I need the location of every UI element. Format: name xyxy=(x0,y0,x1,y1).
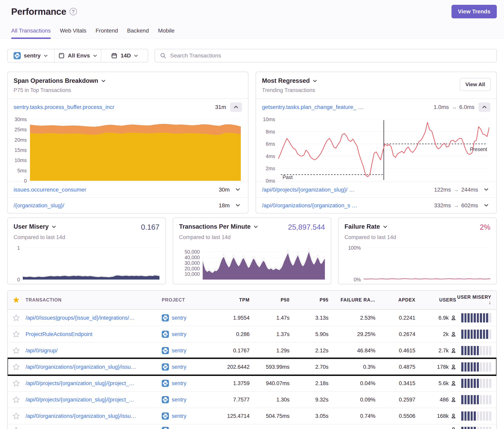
transaction-link[interactable]: /api/0/organizations/{organization_slug}… xyxy=(26,364,162,370)
table-row[interactable]: /api/0/issues|groups/{issue_id}/integrat… xyxy=(8,309,496,326)
table-row[interactable] xyxy=(8,424,496,429)
star-icon[interactable] xyxy=(13,413,26,420)
project-link[interactable]: sentry xyxy=(162,396,212,403)
environment-filter[interactable]: All Envs xyxy=(54,49,101,62)
collapse-button[interactable] xyxy=(230,102,242,112)
table-row[interactable]: /api/0/signup/ sentry 0.1767 1.29s 2.12s… xyxy=(8,342,496,359)
users-value: 5.6k xyxy=(439,380,449,386)
apdex-value: 0.2597 xyxy=(375,397,415,403)
failure-rate-value: 29.25% xyxy=(328,331,375,337)
users-value: 168k xyxy=(437,413,449,419)
expand-button[interactable] xyxy=(234,186,242,193)
regression-from: 332ms xyxy=(434,202,451,209)
tab-frontend[interactable]: Frontend xyxy=(95,27,118,38)
project-filter[interactable]: sentry xyxy=(8,49,54,62)
regression-plot: Past Present xyxy=(278,119,489,181)
tpm-title-dropdown[interactable]: Transactions Per Minute xyxy=(179,223,258,230)
project-link[interactable]: sentry xyxy=(162,412,212,420)
project-link[interactable]: sentry xyxy=(162,331,212,338)
expand-button[interactable] xyxy=(482,186,490,193)
user-misery-title-dropdown[interactable]: User Misery xyxy=(14,223,56,230)
date-range-filter[interactable]: 14D xyxy=(101,49,148,62)
key-transactions-star-icon[interactable] xyxy=(13,297,26,303)
expand-button[interactable] xyxy=(234,202,242,209)
help-icon[interactable]: ? xyxy=(70,8,77,15)
expand-button[interactable] xyxy=(482,202,490,209)
tpm-value: 0.286 xyxy=(212,331,250,337)
project-name: sentry xyxy=(172,315,187,321)
tab-web-vitals[interactable]: Web Vitals xyxy=(60,27,86,38)
regression-link[interactable]: /api/0/organizations/{organization_s … xyxy=(262,202,357,209)
table-header: TRANSACTION PROJECT TPM P50 P95 FAILURE … xyxy=(8,291,496,309)
span-ops-row-expanded: sentry.tasks.process_buffer.process_incr… xyxy=(8,99,248,115)
user-misery-subtitle: Compared to last 14d xyxy=(14,234,160,240)
project-name: sentry xyxy=(172,364,187,370)
star-icon[interactable] xyxy=(13,364,26,370)
transaction-link[interactable]: /api/0/projects/{organization_slug}/{pro… xyxy=(26,397,162,403)
span-ops-chart: 30ms25ms20ms15ms10ms5ms0 xyxy=(8,115,248,182)
column-users[interactable]: USERS xyxy=(415,297,456,303)
transaction-link[interactable]: /api/0/organizations/{organization_slug}… xyxy=(26,413,162,419)
span-op-value: 30m xyxy=(219,187,230,193)
project-link[interactable] xyxy=(162,427,212,429)
table-row[interactable]: /api/0/organizations/{organization_slug}… xyxy=(8,408,496,424)
failure-rate-title-dropdown[interactable]: Failure Rate xyxy=(344,223,387,230)
column-failure-rate[interactable]: FAILURE RA… xyxy=(328,297,375,303)
table-row[interactable]: /api/0/projects/{organization_slug}/{pro… xyxy=(8,391,496,408)
tab-all-transactions[interactable]: All Transactions xyxy=(11,27,51,38)
users-cell: 168k xyxy=(415,413,456,419)
star-icon[interactable] xyxy=(13,380,26,387)
project-link[interactable]: sentry xyxy=(162,314,212,322)
transaction-link[interactable]: /api/0/projects/{organization_slug}/{pro… xyxy=(26,380,162,386)
project-name: sentry xyxy=(172,348,187,354)
user-misery-card: User Misery 0.167 Compared to last 14d 1… xyxy=(7,218,166,284)
column-p50[interactable]: P50 xyxy=(250,297,289,303)
chevron-down-icon xyxy=(235,202,240,208)
transaction-link[interactable]: /api/0/issues|groups/{issue_id}/integrat… xyxy=(26,315,162,321)
transaction-link[interactable]: ProjectRuleActionsEndpoint xyxy=(26,331,162,337)
column-apdex[interactable]: APDEX xyxy=(375,297,415,303)
chevron-down-icon xyxy=(44,53,48,58)
span-op-link[interactable]: issues.occurrence_consumer xyxy=(14,187,86,193)
span-op-link[interactable]: /{organization_slug}/ xyxy=(14,202,64,209)
transaction-link[interactable]: /api/0/signup/ xyxy=(26,348,162,354)
project-link[interactable]: sentry xyxy=(162,363,212,370)
column-project[interactable]: PROJECT xyxy=(162,297,212,303)
table-row[interactable]: /api/0/organizations/{organization_slug}… xyxy=(8,359,496,375)
tpm-value: 1.3759 xyxy=(212,380,250,386)
chevron-down-icon xyxy=(235,187,240,192)
column-p95[interactable]: P95 xyxy=(289,297,328,303)
collapse-button[interactable] xyxy=(478,102,490,112)
regression-link[interactable]: getsentry.tasks.plan_change_feature_ … xyxy=(262,104,363,110)
column-transaction[interactable]: TRANSACTION xyxy=(26,297,162,303)
star-icon[interactable] xyxy=(13,427,26,429)
regression-link[interactable]: /api/0/projects/{organization_slug}/ … xyxy=(262,187,355,193)
users-value: 2k xyxy=(443,331,449,337)
search-input[interactable] xyxy=(170,52,491,59)
table-row[interactable]: /api/0/projects/{organization_slug}/{pro… xyxy=(8,375,496,391)
most-regressed-title: Most Regressed xyxy=(262,77,310,84)
star-icon[interactable] xyxy=(13,331,26,338)
view-trends-button[interactable]: View Trends xyxy=(451,5,497,18)
star-icon[interactable] xyxy=(13,347,26,354)
project-link[interactable]: sentry xyxy=(162,347,212,354)
table-row[interactable]: ProjectRuleActionsEndpoint sentry 0.286 … xyxy=(8,326,496,342)
column-tpm[interactable]: TPM xyxy=(212,297,250,303)
chevron-down-icon xyxy=(484,187,489,192)
star-icon[interactable] xyxy=(13,396,26,403)
most-regressed-title-dropdown[interactable]: Most Regressed xyxy=(262,77,490,84)
star-icon[interactable] xyxy=(13,315,26,321)
chart-panels: Span Operations Breakdown P75 in Top Tra… xyxy=(7,72,497,213)
users-cell: 5.6k xyxy=(415,380,456,386)
tab-mobile[interactable]: Mobile xyxy=(158,27,174,38)
tab-backend[interactable]: Backend xyxy=(127,27,149,38)
column-user-misery-sorted[interactable]: USER MISERY ↓ xyxy=(456,295,491,305)
users-value: 6.9k xyxy=(439,315,449,321)
span-op-link[interactable]: sentry.tasks.process_buffer.process_incr xyxy=(14,104,114,110)
span-ops-title-dropdown[interactable]: Span Operations Breakdown xyxy=(14,77,242,84)
project-link[interactable]: sentry xyxy=(162,380,212,387)
project-name: sentry xyxy=(172,413,187,419)
python-project-icon xyxy=(162,380,169,387)
regression-to: 244ms xyxy=(461,187,478,193)
view-all-button[interactable]: View All xyxy=(460,78,491,91)
